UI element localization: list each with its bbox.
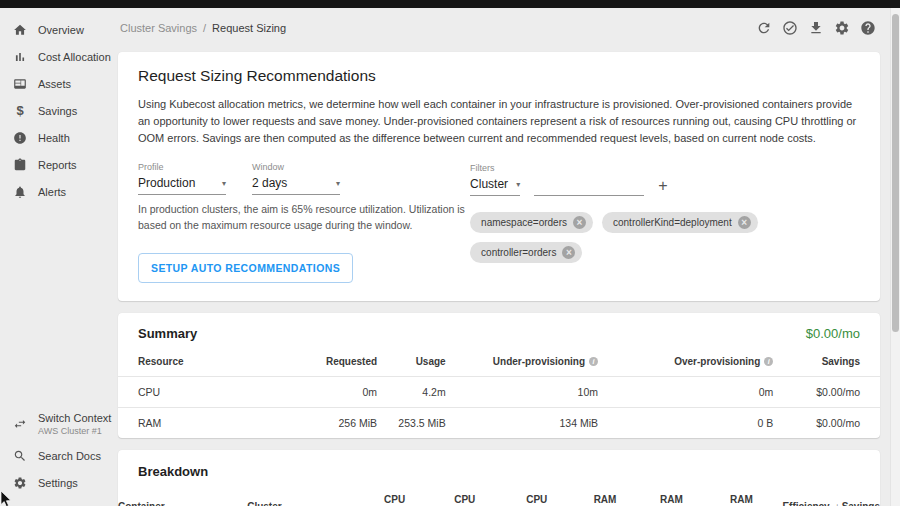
gear-icon[interactable] — [834, 20, 850, 36]
summary-total-savings: $0.00/mo — [806, 326, 860, 341]
table-row: CPU 0m 4.2m 10m 0m $0.00/mo — [118, 376, 880, 407]
cell-requested: 256 MiB — [225, 407, 377, 438]
cell-savings: $0.00/mo — [773, 407, 880, 438]
bar-chart-icon — [13, 50, 27, 64]
help-icon[interactable] — [860, 20, 876, 36]
dollar-icon: $ — [13, 104, 27, 118]
col-cpu-usage[interactable]: CPUusage — [361, 485, 429, 506]
col-resource: Resource — [118, 347, 225, 377]
sidebar-item-health[interactable]: Health — [0, 124, 106, 151]
close-icon[interactable]: × — [562, 246, 575, 259]
cell-under: 134 MiB — [446, 407, 598, 438]
switch-context-label: Switch Context — [38, 412, 111, 424]
info-icon[interactable]: i — [589, 357, 598, 366]
gear-icon — [13, 476, 27, 490]
breakdown-card: Breakdown Container Cluster CPUusage CPU… — [118, 450, 880, 506]
col-savings: Savings — [773, 347, 880, 377]
cell-requested: 0m — [225, 376, 377, 407]
filter-chip: controllerKind=deployment × — [602, 212, 758, 233]
filter-chip: controller=orders × — [470, 242, 582, 263]
col-usage: Usage — [377, 347, 446, 377]
filter-type-value: Cluster — [470, 177, 508, 191]
sidebar-item-label: Reports — [38, 159, 77, 171]
filter-chips: namespace=orders × controllerKind=deploy… — [470, 212, 860, 263]
current-cluster-label: AWS Cluster #1 — [38, 426, 111, 436]
cell-usage: 4.2m — [377, 376, 446, 407]
sidebar-item-cost-allocation[interactable]: Cost Allocation — [0, 43, 106, 70]
scrollbar-thumb[interactable] — [892, 14, 899, 332]
close-icon[interactable]: × — [738, 216, 751, 229]
chip-label: namespace=orders — [481, 217, 567, 228]
close-icon[interactable]: × — [573, 216, 586, 229]
sidebar-item-reports[interactable]: Reports — [0, 151, 106, 178]
check-circle-icon[interactable] — [782, 20, 798, 36]
swap-arrows-icon — [13, 417, 27, 431]
home-icon — [13, 23, 27, 37]
sidebar-item-overview[interactable]: Overview — [0, 16, 106, 43]
chip-label: controllerKind=deployment — [613, 217, 732, 228]
health-icon — [13, 131, 27, 145]
page-header: Cluster Savings / Request Sizing — [106, 8, 900, 48]
col-cpu-recommended[interactable]: CPUrecomm'd — [501, 485, 573, 506]
sidebar-item-switch-context[interactable]: Switch Context AWS Cluster #1 — [0, 405, 106, 442]
search-icon — [13, 449, 27, 463]
cell-savings: $0.00/mo — [773, 376, 880, 407]
cell-over: 0m — [598, 376, 773, 407]
sidebar-item-search-docs[interactable]: Search Docs — [0, 442, 106, 469]
chevron-down-icon: ▾ — [222, 179, 226, 188]
profile-label: Profile — [138, 162, 226, 172]
col-over-provisioning: Over-provisioningi — [598, 347, 773, 377]
sort-descending-icon: ↓ — [835, 501, 840, 506]
breadcrumb: Cluster Savings / Request Sizing — [120, 22, 286, 34]
col-container[interactable]: Container — [118, 485, 247, 506]
profile-value: Production — [138, 176, 195, 190]
col-ram-usage[interactable]: RAMusage — [573, 485, 637, 506]
breakdown-title: Breakdown — [118, 464, 880, 485]
sidebar-item-alerts[interactable]: Alerts — [0, 178, 106, 205]
summary-card: Summary $0.00/mo Resource Requested Usag… — [118, 313, 880, 438]
sidebar-item-assets[interactable]: Assets — [0, 70, 106, 97]
sidebar-item-savings[interactable]: $ Savings — [0, 97, 106, 124]
window-select[interactable]: Window 2 days ▾ — [252, 162, 340, 195]
filter-value-input[interactable] — [534, 178, 644, 196]
cell-resource: CPU — [118, 376, 225, 407]
col-cpu-request[interactable]: CPUrequest — [429, 485, 501, 506]
cell-resource: RAM — [118, 407, 225, 438]
settings-label: Settings — [38, 477, 78, 489]
col-requested: Requested — [225, 347, 377, 377]
top-black-bar — [0, 0, 900, 8]
summary-table: Resource Requested Usage Under-provision… — [118, 347, 880, 438]
profile-select[interactable]: Profile Production ▾ — [138, 162, 226, 195]
sidebar: Overview Cost Allocation Assets $ Saving… — [0, 8, 106, 506]
filters-label: Filters — [470, 163, 860, 173]
description-text: Using Kubecost allocation metrics, we de… — [138, 96, 860, 147]
breakdown-table: Container Cluster CPUusage CPUrequest CP… — [118, 485, 880, 506]
refresh-icon[interactable] — [756, 20, 772, 36]
col-efficiency[interactable]: Efficiency — [778, 485, 835, 506]
download-icon[interactable] — [808, 20, 824, 36]
page-title: Request Sizing Recommendations — [138, 67, 860, 85]
col-cluster[interactable]: Cluster — [247, 485, 360, 506]
header-action-icons — [756, 20, 876, 36]
window-label: Window — [252, 162, 340, 172]
setup-auto-recommendations-button[interactable]: SETUP AUTO RECOMMENDATIONS — [138, 253, 353, 283]
profile-helper-text: In production clusters, the aim is 65% r… — [138, 202, 470, 234]
sidebar-item-label: Savings — [38, 105, 77, 117]
col-ram-recommended[interactable]: RAMrecomm'd — [705, 485, 777, 506]
sidebar-item-label: Overview — [38, 24, 84, 36]
add-filter-icon[interactable]: + — [658, 178, 667, 196]
col-ram-request[interactable]: RAMrequest — [637, 485, 705, 506]
info-icon[interactable]: i — [764, 357, 773, 366]
chip-label: controller=orders — [481, 247, 556, 258]
table-row: RAM 256 MiB 253.5 MiB 134 MiB 0 B $0.00/… — [118, 407, 880, 438]
cell-under: 10m — [446, 376, 598, 407]
window-value: 2 days — [252, 176, 287, 190]
breadcrumb-parent[interactable]: Cluster Savings — [120, 22, 197, 34]
col-under-provisioning: Under-provisioningi — [446, 347, 598, 377]
col-savings-sorted[interactable]: ↓Savings — [835, 485, 880, 506]
sidebar-item-settings[interactable]: Settings — [0, 469, 106, 496]
chevron-down-icon: ▾ — [516, 180, 520, 189]
sidebar-item-label: Assets — [38, 78, 71, 90]
scrollbar-track[interactable] — [890, 8, 900, 506]
filter-type-select[interactable]: Cluster ▾ — [470, 177, 520, 196]
